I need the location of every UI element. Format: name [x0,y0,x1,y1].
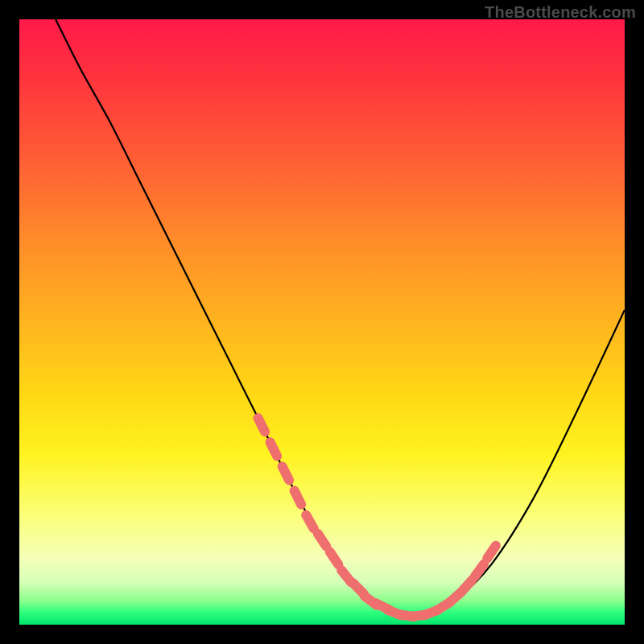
watermark-label: TheBottleneck.com [485,3,636,22]
chart-plot-area [19,19,625,625]
chart-frame: TheBottleneck.com [0,0,644,644]
